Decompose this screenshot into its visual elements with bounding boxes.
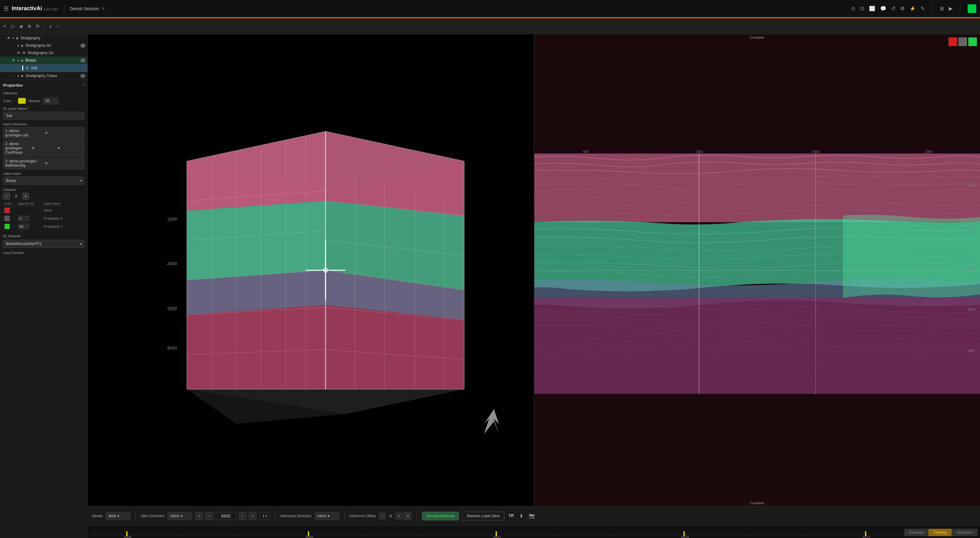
- radio-icon[interactable]: ○: [11, 44, 16, 47]
- class-color-swatch[interactable]: [4, 208, 10, 213]
- visibility-icon[interactable]: 👁: [11, 58, 16, 62]
- class-name-input[interactable]: [44, 209, 72, 212]
- user-status-dot: [968, 4, 976, 13]
- tool-refresh-icon[interactable]: ⊙: [851, 6, 855, 11]
- svg-rect-84: [683, 531, 684, 536]
- visibility-icon[interactable]: 👁: [6, 36, 11, 40]
- nav-prev-double-btn[interactable]: «: [195, 512, 204, 520]
- class-name-input[interactable]: [44, 217, 72, 220]
- chevron-right-icon[interactable]: ›: [57, 24, 59, 29]
- dl-layer-name-input[interactable]: [3, 112, 84, 120]
- legend-red[interactable]: [948, 37, 957, 46]
- class-opacity-input[interactable]: [18, 224, 29, 229]
- layer-stratigraphy-7class[interactable]: ○ ▾ ◈ Stratigraphy-7class 7: [0, 72, 88, 80]
- expand-arrow[interactable]: ▾: [17, 44, 19, 47]
- legend-grey[interactable]: [958, 37, 967, 46]
- flag-icon[interactable]: ↙: [49, 24, 53, 29]
- tool-comment-icon[interactable]: 💬: [880, 6, 886, 11]
- classes-increment-btn[interactable]: +: [22, 193, 29, 200]
- status-training-pill[interactable]: Training: [928, 529, 951, 536]
- class-color-swatch[interactable]: [4, 216, 10, 221]
- status-validation-pill[interactable]: Validation: [951, 529, 978, 536]
- expand-arrow[interactable]: ▾: [17, 59, 19, 62]
- nav-next-double-btn[interactable]: »: [248, 512, 256, 520]
- class-name-input[interactable]: [44, 225, 72, 228]
- tool-undo-icon[interactable]: ↺: [891, 6, 895, 11]
- viewer-3d[interactable]: 1000 2000 3000 4000: [88, 34, 535, 506]
- svg-text:1000: 1000: [695, 150, 703, 153]
- class-row: [3, 206, 84, 215]
- properties-title: Properties: [3, 83, 23, 88]
- tool-select-icon[interactable]: ⊡: [860, 6, 864, 11]
- tool-grid-icon[interactable]: ⊞: [940, 6, 944, 11]
- tool-settings-icon[interactable]: ⚙: [900, 6, 905, 11]
- offset-increment-btn[interactable]: +: [396, 512, 402, 519]
- slice-direction-select[interactable]: Inline ▾: [167, 512, 192, 520]
- label-layer-select-wrap: Binary: [3, 177, 84, 185]
- svg-text:2000: 2000: [925, 150, 932, 153]
- expand-arrow[interactable]: ▾: [12, 37, 14, 40]
- inference-direction-dropdown-icon: ▾: [328, 514, 329, 518]
- layer-stratigraphy[interactable]: 👁 ▾ ◈ Stratigraphy: [0, 34, 88, 42]
- viewer-2d[interactable]: Crossline Crossline: [535, 34, 980, 506]
- layer-type-icon: ◈: [21, 43, 24, 48]
- class-color-swatch[interactable]: [4, 224, 10, 229]
- label-layer-select[interactable]: Binary: [3, 177, 84, 185]
- tool-crop-icon[interactable]: ⬜: [869, 6, 875, 11]
- nav-next-btn[interactable]: ›: [239, 512, 247, 520]
- rotate-icon[interactable]: ↻: [36, 24, 40, 29]
- inference-direction-select[interactable]: Inline ▾: [315, 512, 339, 520]
- session-edit-icon[interactable]: ✎: [101, 6, 105, 11]
- class-opacity-input[interactable]: [18, 216, 29, 221]
- input-volume-item: 2. demo-groningen-CosPhase ✕ ▾: [3, 140, 84, 156]
- expand-arrow[interactable]: ▾: [17, 74, 19, 78]
- map-icon-btn[interactable]: 🗺: [508, 512, 515, 520]
- col-color: Color: [3, 201, 17, 206]
- layer-label: Stratigraphy: [21, 36, 86, 40]
- radio-icon[interactable]: ○: [16, 67, 21, 70]
- layer-stratigraphy-3cl[interactable]: ○ ▾ ◈ Stratigraphy-3cl 3: [0, 42, 88, 49]
- accept-inference-btn[interactable]: Accept Inference: [422, 512, 459, 520]
- expand-volume-icon[interactable]: ▾: [58, 146, 82, 150]
- viewer-select[interactable]: Both ▾: [106, 512, 130, 520]
- cursor-icon[interactable]: ↖: [3, 24, 7, 29]
- layer-stratigraphy-3cl-child[interactable]: 👁 ⚙ Stratigraphy-3cl: [0, 49, 88, 57]
- classes-decrement-btn[interactable]: −: [3, 193, 10, 200]
- status-disabled-pill[interactable]: Disabled: [904, 529, 929, 536]
- legend-green[interactable]: [968, 37, 977, 46]
- col-classname: Class Name: [42, 201, 84, 206]
- menu-icon[interactable]: ☰: [4, 5, 9, 12]
- loss-function-label: Loss Function: [3, 251, 84, 255]
- remove-volume-icon[interactable]: ✕: [45, 161, 83, 166]
- remove-volume-icon[interactable]: ✕: [32, 146, 56, 150]
- color-swatch[interactable]: [18, 98, 26, 104]
- svg-rect-82: [308, 531, 309, 536]
- dl-network-select[interactable]: BluNetKerasENetTF2: [3, 240, 84, 248]
- timeline-track[interactable]: 8206 8449 8692 8934 9177: [90, 525, 904, 538]
- toolbar-divider-1: [135, 511, 136, 520]
- remove-label-slice-btn[interactable]: Remove Label Slice: [462, 512, 504, 520]
- play-circle-icon[interactable]: ▷: [11, 24, 15, 29]
- svg-text:3000: 3000: [167, 306, 177, 311]
- nav-prev-btn[interactable]: ‹: [205, 512, 213, 520]
- svg-text:500: 500: [583, 150, 589, 153]
- camera-icon-btn[interactable]: 📷: [528, 512, 536, 520]
- radio-icon[interactable]: ○: [11, 74, 16, 78]
- tool-play-icon[interactable]: ▶: [949, 6, 953, 11]
- layers-icon[interactable]: ⊛: [27, 24, 32, 29]
- crossline-label-bottom: Crossline: [535, 501, 980, 505]
- offset-reset-btn[interactable]: ↺: [404, 512, 412, 520]
- offset-decrement-btn[interactable]: −: [379, 512, 386, 519]
- remove-volume-icon[interactable]: ✕: [45, 131, 83, 135]
- topbar-tool-divider: [932, 4, 932, 13]
- help-icon[interactable]: ?: [82, 83, 84, 88]
- tool-lightning-icon[interactable]: ⚡: [910, 6, 916, 11]
- layer-binary[interactable]: 👁 ▾ ◈ Binary 2: [0, 57, 88, 64]
- download-icon-btn[interactable]: ⬇: [518, 512, 525, 520]
- tool-edit-icon[interactable]: ✎: [921, 6, 925, 11]
- opacity-input[interactable]: [43, 97, 59, 104]
- svg-text:2000: 2000: [167, 261, 177, 266]
- target-icon[interactable]: ◈: [19, 24, 23, 29]
- visibility-icon[interactable]: 👁: [16, 51, 21, 55]
- layer-salt[interactable]: ○ ⚙ Salt: [0, 64, 88, 72]
